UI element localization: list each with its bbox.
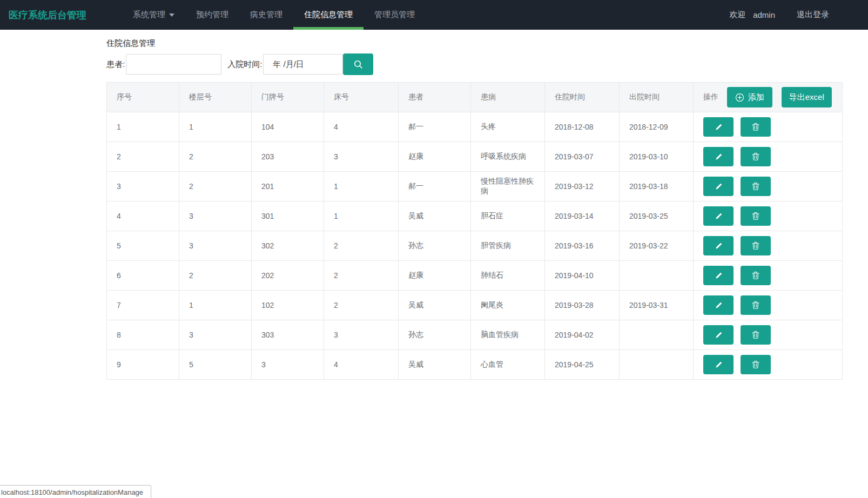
cell-floor: 3 xyxy=(179,201,252,231)
cell-discharge-date: 2019-03-10 xyxy=(620,142,694,172)
nav-item-appointment-manage[interactable]: 预约管理 xyxy=(185,0,239,30)
date-placeholder: 年 /月/日 xyxy=(273,59,304,70)
cell-actions xyxy=(694,350,843,380)
col-header-room: 门牌号 xyxy=(252,83,324,112)
table-row: 622022赵康肺结石2019-04-10 xyxy=(107,261,843,291)
table-header-row: 序号 楼层号 门牌号 床号 患者 患病 住院时间 出院时间 操作 xyxy=(107,83,843,112)
table-row: 322011郝一慢性阻塞性肺疾病2019-03-122019-03-18 xyxy=(107,172,843,201)
edit-button[interactable] xyxy=(703,325,734,345)
username: admin xyxy=(753,10,775,19)
cell-room: 201 xyxy=(252,172,324,201)
cell-disease: 肺结石 xyxy=(471,261,545,291)
logout-button[interactable]: 退出登录 xyxy=(797,10,829,20)
trash-icon xyxy=(752,241,759,250)
delete-button[interactable] xyxy=(741,236,771,255)
cell-bed: 3 xyxy=(324,142,399,172)
nav-item-admin-manage[interactable]: 管理员管理 xyxy=(364,0,426,30)
edit-button[interactable] xyxy=(703,355,734,374)
delete-button[interactable] xyxy=(741,206,771,226)
cell-floor: 1 xyxy=(179,291,252,320)
trash-icon xyxy=(752,212,759,220)
app-brand[interactable]: 医疗系统后台管理 xyxy=(0,9,95,22)
cell-index: 2 xyxy=(107,142,179,172)
cell-room: 202 xyxy=(252,261,324,291)
cell-disease: 脑血管疾病 xyxy=(471,320,545,350)
col-header-patient: 患者 xyxy=(399,83,471,112)
cell-admission-date: 2019-03-16 xyxy=(545,231,620,261)
cell-discharge-date: 2019-03-22 xyxy=(620,231,694,261)
cell-admission-date: 2019-03-14 xyxy=(545,201,620,231)
add-button[interactable]: 添加 xyxy=(727,87,772,107)
delete-button[interactable] xyxy=(741,147,771,166)
cell-actions xyxy=(694,261,843,291)
col-header-actions: 操作 添加 导出excel xyxy=(694,83,843,112)
hospitalization-table: 序号 楼层号 门牌号 床号 患者 患病 住院时间 出院时间 操作 xyxy=(106,82,843,380)
main-nav: 系统管理 预约管理 病史管理 住院信息管理 管理员管理 xyxy=(122,0,426,30)
add-button-label: 添加 xyxy=(748,92,764,103)
cell-actions xyxy=(694,172,843,201)
navbar: 医疗系统后台管理 系统管理 预约管理 病史管理 住院信息管理 管理员管理 欢迎 … xyxy=(0,0,868,30)
search-icon xyxy=(353,59,364,70)
pencil-icon xyxy=(715,331,723,339)
cell-floor: 3 xyxy=(179,320,252,350)
nav-item-hospitalization-manage[interactable]: 住院信息管理 xyxy=(293,0,364,30)
trash-icon xyxy=(752,331,759,339)
table-row: 833033孙志脑血管疾病2019-04-02 xyxy=(107,320,843,350)
cell-patient: 赵康 xyxy=(399,261,471,291)
cell-room: 102 xyxy=(252,291,324,320)
edit-button[interactable] xyxy=(703,147,734,166)
cell-index: 3 xyxy=(107,172,179,201)
pencil-icon xyxy=(715,123,723,131)
delete-button[interactable] xyxy=(741,117,771,137)
nav-item-medical-history-manage[interactable]: 病史管理 xyxy=(239,0,293,30)
cell-admission-date: 2019-03-07 xyxy=(545,142,620,172)
edit-button[interactable] xyxy=(703,177,734,196)
navbar-right: 欢迎 admin 退出登录 xyxy=(729,10,868,20)
export-excel-button[interactable]: 导出excel xyxy=(782,87,832,107)
cell-admission-date: 2019-04-02 xyxy=(545,320,620,350)
edit-button[interactable] xyxy=(703,236,734,255)
delete-button[interactable] xyxy=(741,266,771,285)
cell-index: 1 xyxy=(107,112,179,142)
edit-button[interactable] xyxy=(703,206,734,226)
cell-room: 301 xyxy=(252,201,324,231)
edit-button[interactable] xyxy=(703,266,734,285)
col-header-floor: 楼层号 xyxy=(179,83,252,112)
trash-icon xyxy=(752,152,759,161)
cell-bed: 3 xyxy=(324,320,399,350)
pencil-icon xyxy=(715,361,723,369)
delete-button[interactable] xyxy=(741,355,771,374)
admission-date-input[interactable]: 年 /月/日 xyxy=(263,54,343,75)
cell-admission-date: 2018-12-08 xyxy=(545,112,620,142)
cell-patient: 吴威 xyxy=(399,350,471,380)
delete-button[interactable] xyxy=(741,177,771,196)
cell-bed: 1 xyxy=(324,172,399,201)
cell-patient: 郝一 xyxy=(399,172,471,201)
cell-discharge-date: 2018-12-09 xyxy=(620,112,694,142)
cell-actions xyxy=(694,320,843,350)
cell-disease: 胆石症 xyxy=(471,201,545,231)
trash-icon xyxy=(752,271,759,280)
delete-button[interactable] xyxy=(741,295,771,315)
table-row: 9534吴威心血管2019-04-25 xyxy=(107,350,843,380)
edit-button[interactable] xyxy=(703,295,734,315)
page-title: 住院信息管理 xyxy=(106,38,868,49)
table-row: 433011吴威胆石症2019-03-142019-03-25 xyxy=(107,201,843,231)
cell-floor: 2 xyxy=(179,172,252,201)
pencil-icon xyxy=(715,242,723,250)
trash-icon xyxy=(752,360,759,369)
col-header-discharge-date: 出院时间 xyxy=(620,83,694,112)
cell-disease: 心血管 xyxy=(471,350,545,380)
nav-item-system-manage[interactable]: 系统管理 xyxy=(122,0,185,30)
cell-index: 7 xyxy=(107,291,179,320)
delete-button[interactable] xyxy=(741,325,771,345)
cell-disease: 头疼 xyxy=(471,112,545,142)
cell-room: 104 xyxy=(252,112,324,142)
cell-discharge-date: 2019-03-31 xyxy=(620,291,694,320)
col-header-bed: 床号 xyxy=(324,83,399,112)
cell-discharge-date: 2019-03-18 xyxy=(620,172,694,201)
patient-input[interactable] xyxy=(126,54,221,75)
search-button[interactable] xyxy=(343,53,373,75)
edit-button[interactable] xyxy=(703,117,734,137)
filter-bar: 患者: 入院时间: 年 /月/日 xyxy=(106,53,868,75)
